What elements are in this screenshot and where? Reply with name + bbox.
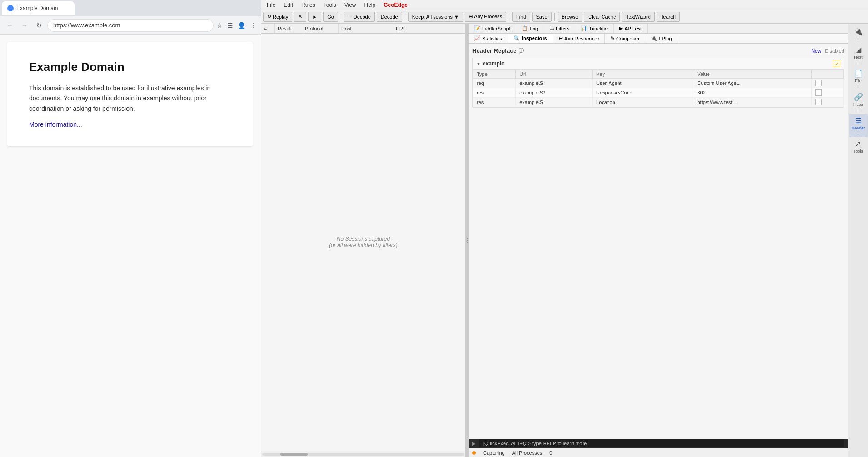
sessions-panel: # Result Protocol Host URL No Sessions c… bbox=[261, 24, 466, 457]
right-tabs-row1: 📝 FiddlerScript 📋 Log ▭ Filters 📊 Timeli… bbox=[469, 24, 848, 34]
sidebar-file-item[interactable]: 📄 File ⋮ bbox=[849, 67, 868, 90]
fiddler-quickexec-bar[interactable]: ▶ [QuickExec] ALT+Q > type HELP to learn… bbox=[469, 439, 848, 448]
fiddler-panel: File Edit Rules Tools View Help GeoEdge … bbox=[261, 0, 868, 457]
fiddler-body: # Result Protocol Host URL No Sessions c… bbox=[261, 24, 868, 457]
col-type-header: Type bbox=[473, 70, 516, 79]
browser-tab[interactable]: Example Domain bbox=[2, 1, 75, 15]
row3-check[interactable] bbox=[811, 98, 843, 107]
row1-key: User-Agent bbox=[593, 79, 693, 88]
page-heading: Example Domain bbox=[29, 60, 231, 74]
menu-icon[interactable]: ⋮ bbox=[249, 20, 258, 30]
back-button[interactable]: ← bbox=[4, 19, 16, 32]
row1-check[interactable] bbox=[811, 79, 843, 88]
composer-label: Composer bbox=[616, 36, 639, 41]
tab-inspectors[interactable]: 🔍 Inspectors bbox=[508, 34, 553, 43]
forward-button[interactable]: → bbox=[18, 19, 31, 32]
menu-tools[interactable]: Tools bbox=[320, 1, 340, 9]
browse-button[interactable]: Browse bbox=[558, 12, 583, 22]
col-result-header: Result bbox=[275, 24, 302, 33]
tab-composer[interactable]: ✎ Composer bbox=[605, 34, 645, 43]
menu-edit[interactable]: Edit bbox=[280, 1, 297, 9]
tab-fiddlerscript[interactable]: 📝 FiddlerScript bbox=[469, 24, 516, 33]
apitest-label: APITest bbox=[624, 26, 642, 31]
save-button[interactable]: Save bbox=[532, 12, 552, 22]
sidebar-host-item[interactable]: ◢ Host ⋮ bbox=[849, 44, 868, 66]
page-body-text: This domain is established to be used fo… bbox=[29, 83, 231, 114]
hr-toolbar: Header Replace ⓘ New Disabled bbox=[472, 47, 844, 54]
reload-button[interactable]: ↻ bbox=[33, 19, 45, 32]
stream-button[interactable]: ≣ Decode bbox=[344, 12, 375, 22]
sidebar-tools-item[interactable]: ⛭ Tools bbox=[849, 138, 868, 155]
row2-check[interactable] bbox=[811, 88, 843, 98]
menu-view[interactable]: View bbox=[341, 1, 360, 9]
hr-table: Type Url Key Value req example\S* bbox=[473, 70, 844, 107]
hr-check-mark: ✓ bbox=[835, 61, 839, 67]
header-replace-panel: Header Replace ⓘ New Disabled ▼ example … bbox=[469, 44, 848, 439]
statistics-icon: 📈 bbox=[474, 35, 480, 41]
tab-fplug[interactable]: 🔌 FPlug bbox=[645, 34, 678, 43]
fplug-sidebar-icon: 🔌 bbox=[854, 27, 863, 36]
log-label: Log bbox=[530, 26, 538, 31]
inspectors-label: Inspectors bbox=[522, 35, 547, 41]
textwizard-button[interactable]: TextWizard bbox=[622, 12, 654, 22]
sessions-header: # Result Protocol Host URL bbox=[261, 24, 465, 34]
row2-type: res bbox=[473, 88, 516, 98]
clear-cache-button[interactable]: Clear Cache bbox=[584, 12, 620, 22]
row2-value: 302 bbox=[693, 88, 811, 98]
quickexec-text[interactable]: [QuickExec] ALT+Q > type HELP to learn m… bbox=[479, 439, 844, 447]
sidebar-https-item[interactable]: 🔗 Https ⋮ bbox=[849, 91, 868, 114]
row1-value: Custom User Age... bbox=[693, 79, 811, 88]
separator3 bbox=[509, 13, 509, 21]
replay-label: Replay bbox=[273, 14, 288, 20]
right-panel: 📝 FiddlerScript 📋 Log ▭ Filters 📊 Timeli… bbox=[469, 24, 848, 457]
tab-apitest[interactable]: ▶ APITest bbox=[614, 24, 648, 33]
hr-group-header[interactable]: ▼ example ✓ bbox=[473, 58, 844, 70]
bookmark-icon[interactable]: ☆ bbox=[215, 20, 224, 30]
col-url-header: Url bbox=[516, 70, 593, 79]
tearoff-button[interactable]: Tearoff bbox=[657, 12, 680, 22]
url-text: https://www.example.com bbox=[53, 22, 120, 29]
sidebar-header-item[interactable]: ☰ Header ⋮ bbox=[849, 114, 868, 137]
reader-icon[interactable]: ☰ bbox=[226, 20, 234, 30]
tab-statistics[interactable]: 📈 Statistics bbox=[469, 34, 508, 43]
address-bar[interactable]: https://www.example.com bbox=[47, 19, 214, 32]
fiddlerscript-label: FiddlerScript bbox=[482, 26, 510, 31]
any-process-button[interactable]: ⊕ Any Process bbox=[465, 12, 506, 22]
autoresponder-label: AutoResponder bbox=[564, 36, 599, 41]
play-button[interactable]: ► bbox=[308, 12, 321, 22]
browser-toolbar: ← → ↻ https://www.example.com ☆ ☰ 👤 ⋮ bbox=[0, 16, 261, 35]
more-info-link[interactable]: More information... bbox=[29, 121, 82, 128]
account-icon[interactable]: 👤 bbox=[236, 20, 247, 30]
tab-log[interactable]: 📋 Log bbox=[516, 24, 544, 33]
hr-info-icon[interactable]: ⓘ bbox=[519, 47, 524, 54]
go-button[interactable]: Go bbox=[323, 12, 338, 22]
tab-filters[interactable]: ▭ Filters bbox=[544, 24, 575, 33]
stop-button[interactable]: ✕ bbox=[294, 12, 306, 22]
status-dot bbox=[472, 451, 476, 455]
sidebar-fplug-icon[interactable]: 🔌 ⋮ bbox=[849, 25, 868, 43]
hr-group-check[interactable]: ✓ bbox=[833, 60, 840, 67]
hr-new-button[interactable]: New bbox=[811, 48, 821, 54]
row3-url: example\S* bbox=[516, 98, 593, 107]
https-label: Https bbox=[853, 102, 863, 107]
fiddler-status-bar: Capturing All Processes 0 bbox=[469, 448, 848, 457]
separator1 bbox=[341, 13, 341, 21]
table-row: res example\S* Location https://www.test… bbox=[473, 98, 844, 107]
capturing-label: Capturing bbox=[483, 450, 505, 456]
find-button[interactable]: Find bbox=[512, 12, 530, 22]
replay-button[interactable]: ↻ Replay bbox=[263, 12, 292, 22]
decode-button[interactable]: Decode bbox=[377, 12, 402, 22]
host-icon: ◢ bbox=[856, 45, 861, 54]
header-icon: ☰ bbox=[855, 116, 862, 125]
menu-help[interactable]: Help bbox=[361, 1, 379, 9]
log-icon: 📋 bbox=[522, 25, 528, 31]
menu-file[interactable]: File bbox=[263, 1, 279, 9]
tab-timeline[interactable]: 📊 Timeline bbox=[575, 24, 614, 33]
fplug-icon: 🔌 bbox=[651, 35, 657, 41]
tab-autoresponder[interactable]: ↩ AutoResponder bbox=[553, 34, 605, 43]
row1-type: req bbox=[473, 79, 516, 88]
menu-rules[interactable]: Rules bbox=[298, 1, 319, 9]
row1-url: example\S* bbox=[516, 79, 593, 88]
hr-actions: New Disabled bbox=[811, 48, 844, 54]
keep-sessions-button[interactable]: Keep: All sessions ▼ bbox=[408, 12, 463, 22]
